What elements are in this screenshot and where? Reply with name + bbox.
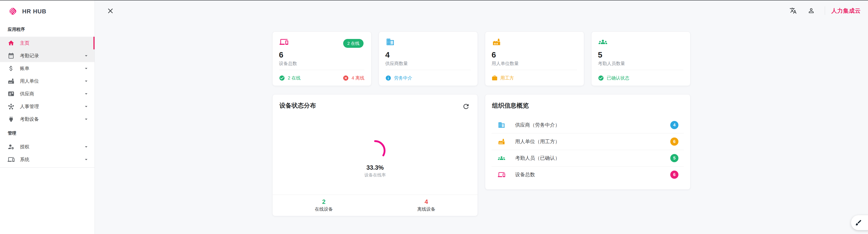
customizer-fab[interactable] — [851, 215, 868, 230]
chevron-down-icon — [83, 104, 89, 109]
online-count-badge: 2 在线 — [343, 39, 364, 48]
status-text: 劳务中介 — [394, 75, 412, 81]
chevron-down-icon — [83, 65, 89, 71]
brand-name: 人力集成云 — [831, 7, 861, 14]
offline-devices-stat: 4 离线设备 — [375, 195, 477, 216]
sidebar-item-suppliers[interactable]: 供应商 — [0, 87, 95, 100]
offline-devices-label: 离线设备 — [417, 206, 435, 212]
sidebar-item-system[interactable]: 系统 — [0, 153, 95, 166]
sidebar-section-admin: 管理 — [0, 130, 95, 136]
contact-card-icon — [8, 90, 14, 97]
brush-icon — [855, 219, 862, 226]
sidebar-item-label: 考勤记录 — [20, 53, 39, 59]
stat-card-personnel: 5 考勤人员数量 已确认状态 — [591, 31, 690, 86]
supplier-type: 劳务中介 — [385, 75, 412, 81]
count-badge: 4 — [670, 121, 678, 129]
factory-icon — [498, 138, 505, 145]
status-text: 2 在线 — [288, 75, 301, 81]
sidebar: HR HUB 应用程序 主页 考勤记录 账单 用人单位 供应商 — [0, 0, 95, 234]
second-row: 设备状态分布 33.3% 设备在线率 2 在线设备 4 离线设备 — [272, 94, 690, 216]
info-circle-icon — [385, 75, 391, 81]
account-icon[interactable] — [808, 7, 815, 14]
chevron-down-icon — [83, 156, 89, 163]
chevron-down-icon — [83, 53, 89, 59]
sidebar-item-attendance-devices[interactable]: 考勤设备 — [0, 113, 95, 125]
stat-footer: 2 在线 4 离线 — [279, 70, 365, 86]
sidebar-item-label: 用人单位 — [20, 78, 39, 84]
topbar-actions: 人力集成云 — [789, 0, 861, 21]
count-badge: 6 — [670, 138, 678, 146]
groups-icon — [598, 38, 608, 46]
list-item-label: 设备总数 — [515, 171, 535, 178]
logo: HR HUB — [0, 0, 95, 16]
online-rate-label: 设备在线率 — [365, 172, 386, 178]
home-icon — [8, 40, 14, 47]
briefcase-icon — [492, 75, 498, 81]
org-overview-card: 组织信息概览 供应商（劳务中介） 4 用人单位（用工方） 6 考勤人员（已确认）… — [485, 94, 690, 189]
chevron-down-icon — [83, 144, 89, 150]
list-item-devices[interactable]: 设备总数 6 — [485, 166, 690, 183]
device-status-chart-card: 设备状态分布 33.3% 设备在线率 2 在线设备 4 离线设备 — [272, 94, 478, 216]
list-item-suppliers[interactable]: 供应商（劳务中介） 4 — [485, 117, 690, 133]
building-icon — [498, 121, 505, 129]
sidebar-item-bills[interactable]: 账单 — [0, 62, 95, 75]
donut-arc — [364, 139, 386, 162]
org-overview-title: 组织信息概览 — [485, 94, 690, 109]
translate-icon[interactable] — [789, 7, 797, 14]
sidebar-item-label: 账单 — [20, 65, 29, 71]
sidebar-section-apps: 应用程序 — [0, 27, 95, 32]
org-list: 供应商（劳务中介） 4 用人单位（用工方） 6 考勤人员（已确认） 5 设备总数 — [485, 117, 690, 183]
status-text: 已确认状态 — [607, 75, 629, 81]
sidebar-item-attendance-records[interactable]: 考勤记录 — [0, 49, 95, 62]
sidebar-item-authorization[interactable]: 授权 — [0, 141, 95, 153]
list-item-label: 供应商（劳务中介） — [515, 122, 560, 128]
stat-value: 5 — [598, 50, 683, 59]
devices-icon — [279, 38, 289, 46]
sidebar-item-label: 考勤设备 — [20, 116, 39, 122]
handshake-logo-icon — [8, 6, 18, 16]
manage-accounts-icon — [8, 143, 14, 150]
stat-footer: 已确认状态 — [598, 70, 683, 86]
status-text: 用工方 — [500, 75, 514, 81]
cancel-circle-icon — [343, 75, 349, 81]
sidebar-item-label: 人事管理 — [20, 103, 39, 110]
stat-card-devices: 2 在线 6 设备总数 2 在线 4 离线 — [272, 31, 371, 86]
stat-value: 4 — [385, 50, 471, 59]
stat-value: 6 — [279, 50, 365, 59]
donut-chart: 33.3% 设备在线率 — [273, 139, 477, 178]
hub-icon — [8, 103, 14, 110]
check-circle-icon — [279, 75, 285, 81]
stat-card-employers: 6 用人单位数量 用工方 — [485, 31, 584, 86]
online-devices-stat: 2 在线设备 — [273, 195, 375, 216]
chevron-down-icon — [83, 116, 89, 122]
devices-icon — [8, 156, 14, 163]
building-icon — [385, 38, 395, 46]
sidebar-item-home[interactable]: 主页 — [0, 37, 95, 49]
sidebar-divider — [0, 167, 95, 168]
chart-footer: 2 在线设备 4 离线设备 — [273, 195, 477, 216]
power-plug-icon — [8, 116, 14, 122]
main-content: 2 在线 6 设备总数 2 在线 4 离线 4 供应商数量 — [272, 31, 690, 216]
devices-icon — [498, 171, 505, 178]
chart-title: 设备状态分布 — [273, 94, 477, 109]
sidebar-item-hr-management[interactable]: 人事管理 — [0, 100, 95, 113]
sidebar-item-label: 主页 — [20, 40, 29, 46]
stat-card-suppliers: 4 供应商数量 劳务中介 — [379, 31, 478, 86]
count-badge: 5 — [670, 154, 678, 162]
close-icon[interactable] — [106, 7, 115, 15]
factory-icon — [492, 38, 501, 46]
confirmed-status: 已确认状态 — [598, 75, 629, 81]
list-item-employers[interactable]: 用人单位（用工方） 6 — [485, 133, 690, 150]
dollar-icon — [8, 65, 14, 72]
list-item-label: 用人单位（用工方） — [515, 138, 560, 145]
sidebar-nav-apps: 主页 考勤记录 账单 用人单位 供应商 人事管理 考勤 — [0, 37, 95, 125]
factory-icon — [8, 78, 14, 85]
stat-value: 6 — [492, 50, 577, 59]
stat-label: 供应商数量 — [385, 61, 471, 66]
refresh-icon[interactable] — [462, 103, 470, 110]
list-item-personnel[interactable]: 考勤人员（已确认） 5 — [485, 150, 690, 166]
check-circle-icon — [598, 75, 604, 81]
sidebar-item-label: 供应商 — [20, 91, 34, 97]
sidebar-item-employers[interactable]: 用人单位 — [0, 75, 95, 87]
stat-label: 考勤人员数量 — [598, 61, 683, 66]
